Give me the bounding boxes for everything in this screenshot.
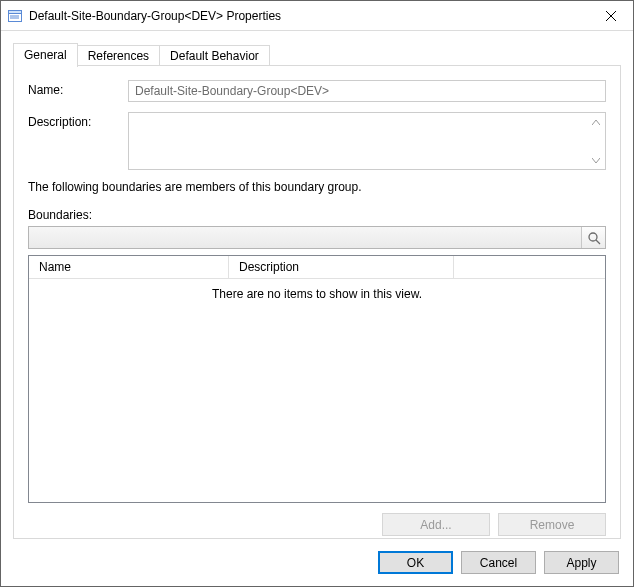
name-label: Name: bbox=[28, 80, 128, 97]
cancel-button[interactable]: Cancel bbox=[461, 551, 536, 574]
tab-references-label: References bbox=[88, 49, 149, 63]
tab-strip: General References Default Behavior bbox=[13, 43, 621, 66]
tabstrip-border bbox=[13, 65, 621, 66]
boundaries-label: Boundaries: bbox=[28, 208, 606, 222]
column-name[interactable]: Name bbox=[29, 256, 229, 278]
boundaries-filter bbox=[28, 226, 606, 249]
column-spacer bbox=[454, 256, 605, 278]
tab-references[interactable]: References bbox=[77, 45, 160, 66]
tab-general[interactable]: General bbox=[13, 43, 78, 67]
tab-general-label: General bbox=[24, 48, 67, 62]
row-name: Name: bbox=[28, 80, 606, 102]
add-button-label: Add... bbox=[420, 518, 451, 532]
tab-default-behavior[interactable]: Default Behavior bbox=[159, 45, 270, 66]
column-description[interactable]: Description bbox=[229, 256, 454, 278]
title-bar: Default-Site-Boundary-Group<DEV> Propert… bbox=[1, 1, 633, 31]
column-name-label: Name bbox=[39, 260, 71, 274]
client-area: General References Default Behavior Name… bbox=[1, 31, 633, 586]
svg-point-6 bbox=[589, 233, 597, 241]
helper-text: The following boundaries are members of … bbox=[28, 180, 606, 194]
column-description-label: Description bbox=[239, 260, 299, 274]
dialog-button-row: OK Cancel Apply bbox=[378, 551, 619, 574]
close-icon bbox=[606, 11, 616, 21]
scroll-up-icon[interactable] bbox=[589, 115, 603, 129]
cancel-button-label: Cancel bbox=[480, 556, 517, 570]
scroll-down-icon[interactable] bbox=[589, 153, 603, 167]
boundaries-list[interactable]: Name Description There are no items to s… bbox=[28, 255, 606, 503]
app-icon bbox=[7, 8, 23, 24]
apply-button-label: Apply bbox=[566, 556, 596, 570]
filter-input[interactable] bbox=[29, 227, 581, 248]
search-button[interactable] bbox=[581, 227, 605, 248]
name-field[interactable] bbox=[128, 80, 606, 102]
remove-button: Remove bbox=[498, 513, 606, 536]
boundaries-button-row: Add... Remove bbox=[28, 513, 606, 536]
window-title: Default-Site-Boundary-Group<DEV> Propert… bbox=[29, 9, 588, 23]
listview-empty-text: There are no items to show in this view. bbox=[29, 279, 605, 301]
close-button[interactable] bbox=[588, 1, 633, 31]
svg-rect-1 bbox=[9, 10, 22, 13]
svg-line-7 bbox=[596, 240, 600, 244]
row-description: Description: bbox=[28, 112, 606, 170]
tab-default-behavior-label: Default Behavior bbox=[170, 49, 259, 63]
remove-button-label: Remove bbox=[530, 518, 575, 532]
description-field[interactable] bbox=[128, 112, 606, 170]
search-icon bbox=[587, 231, 601, 245]
ok-button[interactable]: OK bbox=[378, 551, 453, 574]
apply-button[interactable]: Apply bbox=[544, 551, 619, 574]
ok-button-label: OK bbox=[407, 556, 424, 570]
add-button: Add... bbox=[382, 513, 490, 536]
listview-body: There are no items to show in this view. bbox=[29, 279, 605, 502]
description-label: Description: bbox=[28, 112, 128, 129]
listview-header: Name Description bbox=[29, 256, 605, 279]
tabpage-general: Name: Description: The following boundar… bbox=[13, 66, 621, 539]
